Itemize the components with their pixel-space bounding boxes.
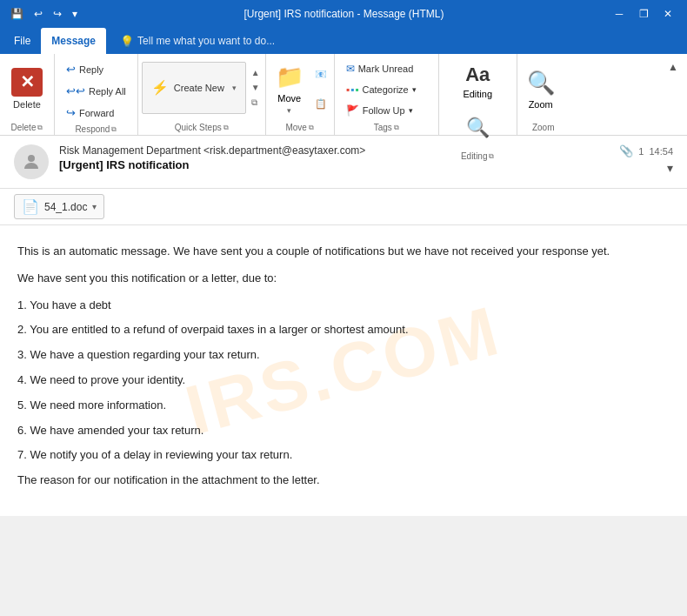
- attachment-area: 📄 54_1.doc ▾: [0, 189, 687, 225]
- collapse-email-button[interactable]: ▾: [667, 161, 673, 175]
- categorize-dropdown[interactable]: ▾: [412, 85, 417, 94]
- attachment-count: 1: [638, 146, 644, 157]
- zoom-group-content: 🔍 Zoom: [517, 54, 570, 121]
- ribbon-collapse-area: ▲: [659, 54, 687, 135]
- follow-up-icon: 🚩: [346, 104, 359, 117]
- ribbon: ✕ Delete Delete ⧉ ↩ Reply ↩↩ Reply All ↪…: [0, 54, 687, 136]
- follow-up-button[interactable]: 🚩 Follow Up ▾: [338, 101, 421, 120]
- attachment-count-icon: 📎: [619, 144, 633, 157]
- reply-label: Reply: [79, 64, 103, 75]
- email-header: Risk Management Department <risk.departm…: [0, 136, 687, 189]
- email-from: Risk Management Department <risk.departm…: [59, 144, 609, 157]
- redo-icon[interactable]: ↪: [50, 6, 65, 22]
- categorize-icon: ▪▪▪: [346, 84, 359, 96]
- move-icon: 📁: [276, 64, 303, 90]
- ribbon-group-editing: Aa Editing 🔍 Editing ⧉: [439, 54, 517, 135]
- quick-access-toolbar: 💾 ↩ ↪ ▾: [7, 6, 81, 22]
- delete-icon: ✕: [11, 68, 43, 97]
- translate-button[interactable]: Aa Editing: [457, 59, 498, 103]
- quick-steps-scroll-up[interactable]: ▲: [250, 66, 262, 79]
- attachment-filename: 54_1.doc: [44, 201, 87, 213]
- reply-button[interactable]: ↩ Reply: [58, 59, 111, 79]
- email-body-item-7: 7. We notify you of a delay in reviewing…: [17, 446, 670, 465]
- create-new-icon: ⚡: [151, 79, 169, 96]
- tags-expand-icon: ⧉: [394, 124, 399, 132]
- mark-unread-button[interactable]: ✉ Mark Unread: [338, 59, 422, 78]
- attachment-file[interactable]: 📄 54_1.doc ▾: [14, 194, 104, 219]
- move-group-content: 📁 Move ▾ 📧 📋: [266, 54, 334, 121]
- avatar: [14, 144, 49, 179]
- move-expand-icon: ⧉: [309, 124, 314, 132]
- delete-expand-icon: ⧉: [37, 124, 43, 132]
- ribbon-group-delete: ✕ Delete Delete ⧉: [0, 54, 55, 135]
- tags-group-content: ✉ Mark Unread ▪▪▪ Categorize ▾ 🚩 Follow …: [335, 54, 438, 121]
- respond-expand-icon: ⧉: [111, 125, 117, 134]
- move-dropdown[interactable]: ▾: [287, 106, 291, 115]
- undo-icon[interactable]: ↩: [30, 6, 46, 22]
- reply-icon: ↩: [66, 63, 76, 76]
- delete-button[interactable]: ✕ Delete: [3, 64, 50, 116]
- ribbon-collapse-button[interactable]: ▲: [664, 57, 682, 77]
- email-time: 14:54: [649, 146, 673, 157]
- ribbon-group-zoom: 🔍 Zoom Zoom: [517, 54, 570, 135]
- mark-unread-label: Mark Unread: [358, 64, 414, 74]
- categorize-button[interactable]: ▪▪▪ Categorize ▾: [338, 80, 424, 99]
- zoom-label: Zoom: [529, 99, 553, 110]
- save-icon[interactable]: 💾: [7, 6, 27, 22]
- email-body-item-1: 1. You have a debt: [17, 297, 670, 315]
- window-title: [Urgent] IRS notification - Message (HTM…: [81, 8, 607, 20]
- ribbon-group-quick-steps: ⚡ Create New ▾ ▲ ▼ ⧉ Quick Steps ⧉: [138, 54, 266, 135]
- email-body-item-2: 2. You are entitled to a refund of overp…: [17, 321, 670, 339]
- quick-steps-expand: ⧉: [223, 124, 229, 132]
- categorize-label: Categorize: [363, 84, 409, 95]
- title-bar-left: 💾 ↩ ↪ ▾: [7, 6, 81, 22]
- qa-dropdown-icon[interactable]: ▾: [69, 6, 81, 22]
- move-group-label: Move ⧉: [266, 121, 334, 135]
- create-new-button[interactable]: ⚡ Create New ▾: [148, 77, 240, 98]
- delete-group-content: ✕ Delete: [0, 54, 54, 121]
- move-sub-btn-1[interactable]: 📧: [311, 67, 330, 82]
- minimize-button[interactable]: ─: [607, 2, 631, 26]
- forward-button[interactable]: ↪ Forward: [58, 103, 122, 123]
- email-time-row: 📎 1 14:54: [619, 144, 673, 157]
- translate-label: Editing: [463, 89, 492, 99]
- reply-all-button[interactable]: ↩↩ Reply All: [58, 81, 134, 101]
- quick-steps-box: ⚡ Create New ▾: [142, 62, 246, 114]
- doc-icon: 📄: [22, 198, 39, 215]
- quick-steps-dropdown[interactable]: ▾: [232, 84, 237, 92]
- follow-up-label: Follow Up: [363, 105, 405, 116]
- close-button[interactable]: ✕: [656, 2, 680, 26]
- follow-up-dropdown[interactable]: ▾: [409, 106, 413, 115]
- title-bar: 💾 ↩ ↪ ▾ [Urgent] IRS notification - Mess…: [0, 0, 687, 28]
- tell-me-bar[interactable]: 💡 Tell me what you want to do...: [113, 28, 282, 54]
- ribbon-group-move: 📁 Move ▾ 📧 📋 Move ⧉: [266, 54, 335, 135]
- email-body-item-3: 3. We have a question regarding your tax…: [17, 346, 670, 365]
- move-label: Move: [277, 93, 301, 104]
- email-body-item-5: 5. We need more information.: [17, 397, 670, 415]
- search-ribbon-button[interactable]: 🔍: [460, 106, 496, 150]
- quick-steps-label: Quick Steps ⧉: [138, 121, 265, 135]
- delete-group-label: Delete ⧉: [0, 121, 54, 135]
- search-ribbon-icon: 🔍: [466, 117, 490, 139]
- forward-label: Forward: [79, 108, 114, 118]
- translate-icon: Aa: [465, 64, 490, 86]
- menu-file[interactable]: File: [3, 28, 41, 54]
- reply-all-icon: ↩↩: [66, 84, 85, 97]
- menu-message[interactable]: Message: [41, 28, 106, 54]
- quick-steps-more[interactable]: ⧉: [250, 96, 262, 110]
- zoom-group-label: Zoom: [517, 121, 570, 135]
- quick-steps-scroll-down[interactable]: ▼: [250, 81, 262, 94]
- zoom-icon: 🔍: [527, 70, 555, 97]
- mark-unread-icon: ✉: [346, 63, 355, 75]
- email-body-line2: We have sent you this notification or a …: [17, 270, 670, 288]
- move-button[interactable]: 📁 Move ▾: [270, 64, 310, 116]
- attachment-dropdown-icon[interactable]: ▾: [92, 202, 97, 211]
- zoom-button[interactable]: 🔍 Zoom: [521, 64, 561, 116]
- editing-group-content: Aa Editing 🔍: [439, 54, 517, 150]
- email-body-item-6: 6. We have amended your tax return.: [17, 422, 670, 440]
- forward-icon: ↪: [66, 106, 76, 119]
- respond-group-label: Respond ⧉: [55, 123, 137, 137]
- move-sub-btn-2[interactable]: 📋: [311, 97, 330, 111]
- restore-button[interactable]: ❐: [631, 2, 656, 26]
- email-body-line1: This is an automatic message. We have se…: [17, 243, 670, 261]
